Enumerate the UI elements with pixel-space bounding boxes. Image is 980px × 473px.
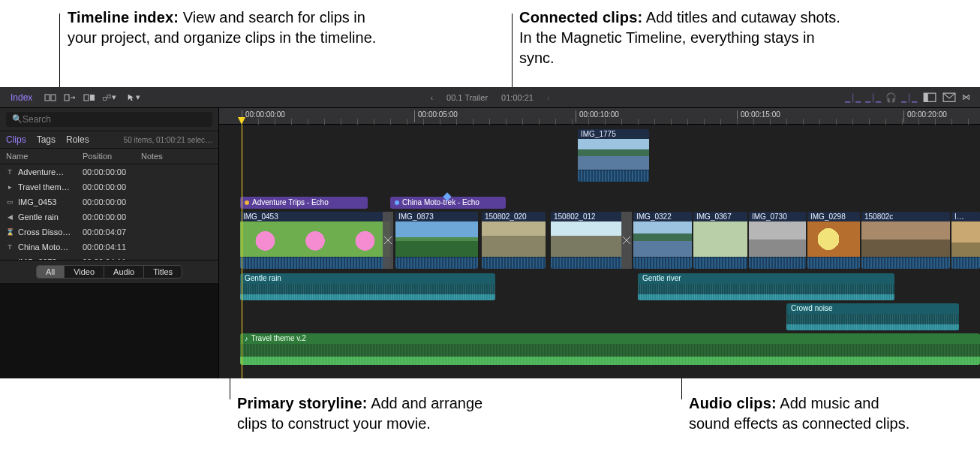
callout-connected-clips: Connected clips: Add titles and cutaway … xyxy=(519,8,842,68)
primary-clip[interactable]: IMG_0298 xyxy=(807,212,860,269)
row-name: Gentle rain xyxy=(15,212,83,221)
search-icon: 🔍 xyxy=(12,114,23,124)
row-type-icon: ⌛ xyxy=(5,228,15,236)
search-input[interactable] xyxy=(6,112,212,127)
primary-clip[interactable]: 150802c xyxy=(861,212,950,269)
timeline-toolbar: Index ▾ ▾ ‹ 00.1 Trailer 01:00:21 › ⎯⎢⎯ … xyxy=(0,87,980,108)
index-row[interactable]: T China Moto… 00:00:04:11 xyxy=(0,240,218,255)
filter-audio[interactable]: Audio xyxy=(104,266,144,278)
col-name[interactable]: Name xyxy=(0,152,83,161)
row-type-icon: ▸ xyxy=(5,183,15,191)
audio-clip[interactable]: Crowd noise xyxy=(786,303,959,330)
primary-clip[interactable]: IMG_0730 xyxy=(749,212,806,269)
solo-icon[interactable]: 🎧 xyxy=(885,92,897,103)
primary-clip[interactable]: I… xyxy=(951,212,980,269)
tab-clips[interactable]: Clips xyxy=(6,134,26,145)
svg-rect-1 xyxy=(51,95,56,101)
clip-label: IMG_0367 xyxy=(693,212,747,221)
title-clip[interactable]: Adventure Trips - Echo xyxy=(240,197,368,209)
ruler-tick: 00:00:10:00 xyxy=(576,110,619,122)
index-row[interactable]: ◀ Gentle rain 00:00:00:00 xyxy=(0,209,218,224)
loop-icon[interactable]: ⋈ xyxy=(962,92,975,103)
col-position[interactable]: Position xyxy=(83,152,141,161)
row-position: 00:00:00:00 xyxy=(83,182,141,191)
clip-label: IMG_1775 xyxy=(578,129,649,139)
primary-clip[interactable]: IMG_0322 xyxy=(633,212,692,269)
nav-prev-icon[interactable]: ‹ xyxy=(430,93,433,102)
playhead[interactable] xyxy=(242,125,242,378)
music-icon: ♪ xyxy=(245,335,248,342)
ruler-tick: 00:00:15:00 xyxy=(737,110,780,122)
clip-label: Gentle rain xyxy=(240,273,495,284)
connect-icon[interactable]: ▾ xyxy=(103,92,116,103)
index-search: 🔍 xyxy=(0,108,218,131)
row-position: 00:00:00:00 xyxy=(83,197,141,206)
row-type-icon: ◀ xyxy=(5,213,15,221)
audio-clip[interactable]: Gentle river xyxy=(638,273,894,300)
time-ruler[interactable]: 00:00:00:0000:00:05:0000:00:10:0000:00:1… xyxy=(219,108,980,125)
transition-icon[interactable] xyxy=(383,212,393,269)
nav-next-icon[interactable]: › xyxy=(547,93,550,102)
primary-clip[interactable]: 150802_020 xyxy=(482,212,546,269)
primary-clip[interactable]: IMG_0367 xyxy=(693,212,747,269)
tab-tags[interactable]: Tags xyxy=(37,134,56,145)
audio-clip[interactable]: Gentle rain xyxy=(240,273,495,300)
clip-label: IMG_0873 xyxy=(395,212,478,221)
clip-label: Gentle river xyxy=(638,273,894,284)
index-tab-row: Clips Tags Roles 50 items, 01:00:21 sele… xyxy=(0,131,218,149)
music-clip[interactable]: ♪Travel theme v.2 xyxy=(240,333,980,365)
index-columns: Name Position Notes xyxy=(0,149,218,164)
row-name: China Moto… xyxy=(15,243,83,252)
primary-clip[interactable]: IMG_0873 xyxy=(395,212,478,269)
filter-segment: All Video Audio Titles xyxy=(36,265,182,279)
overwrite-icon[interactable] xyxy=(83,92,97,103)
layout-icon[interactable] xyxy=(923,92,936,103)
select-tool-icon[interactable]: ▾ xyxy=(127,92,140,103)
svg-rect-3 xyxy=(84,95,89,101)
insert-icon[interactable] xyxy=(44,92,58,103)
row-position: 00:00:04:11 xyxy=(83,243,141,252)
snap-icon[interactable]: ⎯⎢⎯ xyxy=(901,92,917,103)
skimming-icon[interactable]: ⎯⎢⎯ xyxy=(845,92,861,103)
row-name: Travel them… xyxy=(15,182,83,191)
filter-titles[interactable]: Titles xyxy=(144,266,182,278)
row-name: IMG_0453 xyxy=(15,197,83,206)
mail-icon[interactable] xyxy=(942,92,956,103)
index-button[interactable]: Index xyxy=(5,91,38,104)
row-type-icon: T xyxy=(5,243,15,251)
index-row[interactable]: ▭ IMG_0453 00:00:00:00 xyxy=(0,194,218,209)
row-name: Adventure… xyxy=(15,167,83,176)
ruler-tick: 00:00:20:00 xyxy=(903,110,947,122)
row-position: 00:00:00:00 xyxy=(83,212,141,221)
index-row[interactable]: ⌛ Cross Disso… 00:00:04:07 xyxy=(0,224,218,240)
transition-icon[interactable] xyxy=(621,212,632,269)
clip-label: 150802c xyxy=(861,212,950,221)
index-row[interactable]: T Adventure… 00:00:00:00 xyxy=(0,164,218,179)
tab-roles[interactable]: Roles xyxy=(66,134,89,145)
ruler-tick: 00:00:00:00 xyxy=(242,110,285,122)
row-type-icon: ▭ xyxy=(5,198,15,206)
append-icon[interactable] xyxy=(64,92,77,103)
filter-all[interactable]: All xyxy=(37,266,65,278)
index-row[interactable]: ▸ Travel them… 00:00:00:00 xyxy=(0,179,218,194)
row-name: Cross Disso… xyxy=(15,227,83,236)
callout-primary-storyline: Primary storyline: Add and arrange clips… xyxy=(237,393,485,434)
clip-label: ♪Travel theme v.2 xyxy=(240,333,980,344)
timeline-area[interactable]: 00:00:00:0000:00:05:0000:00:10:0000:00:1… xyxy=(219,108,980,378)
filter-video[interactable]: Video xyxy=(65,266,104,278)
clip-label: Crowd noise xyxy=(786,303,959,314)
project-info: ‹ 00.1 Trailer 01:00:21 › xyxy=(430,93,549,102)
primary-clip[interactable]: IMG_0453 xyxy=(240,212,390,269)
primary-clip[interactable]: 150802_012 xyxy=(551,212,622,269)
ruler-tick: 00:00:05:00 xyxy=(414,110,458,122)
index-row[interactable]: ▭ IMG_0873 00:00:04:11 xyxy=(0,255,218,260)
audio-skimming-icon[interactable]: ⎯⎢⎯ xyxy=(865,92,881,103)
connected-video-clip[interactable]: IMG_1775 xyxy=(578,129,649,182)
timeline-index-panel: 🔍 Clips Tags Roles 50 items, 01:00:21 se… xyxy=(0,108,219,378)
col-notes[interactable]: Notes xyxy=(141,152,218,161)
index-info: 50 items, 01:00:21 selec… xyxy=(124,136,212,144)
svg-rect-5 xyxy=(104,97,107,100)
clip-label: 150802_020 xyxy=(482,212,546,221)
clip-label: IMG_0322 xyxy=(633,212,692,221)
clip-label: IMG_0453 xyxy=(240,212,390,221)
